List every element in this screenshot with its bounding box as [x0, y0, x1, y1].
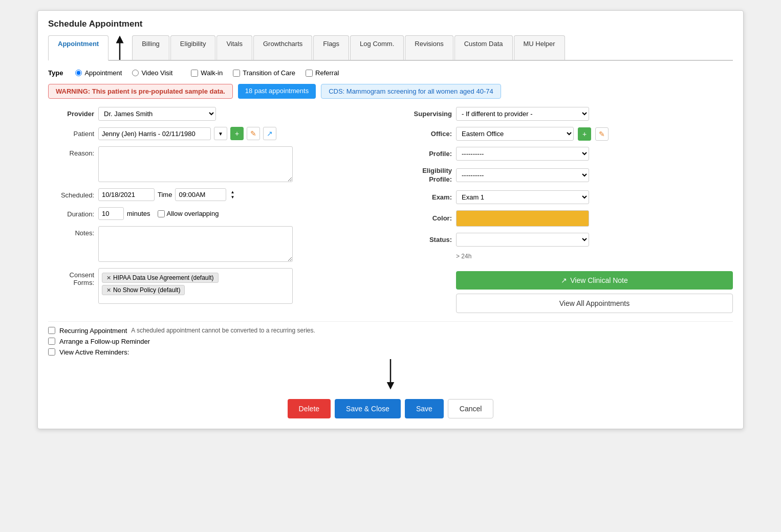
save-button[interactable]: Save: [405, 399, 444, 418]
followup-reminder-row: Arrange a Follow-up Reminder: [48, 338, 733, 345]
scheduled-date-input[interactable]: [98, 188, 155, 201]
modal-title: Schedule Appointment: [48, 19, 733, 29]
duration-input[interactable]: [98, 207, 124, 220]
followup-reminder-label: Arrange a Follow-up Reminder: [59, 338, 150, 345]
patient-down-icon[interactable]: ▼: [214, 127, 227, 140]
duration-inner-row: minutes Allow overlapping: [98, 207, 219, 220]
form-grid: Provider Dr. James Smith Patient ▼ + ✎ ↗: [48, 107, 733, 313]
save-close-button[interactable]: Save & Close: [335, 399, 401, 418]
patient-external-button[interactable]: ↗: [263, 127, 276, 140]
patient-add-button[interactable]: +: [230, 127, 244, 140]
time-notice: > 24h: [456, 253, 471, 260]
status-row: Status:: [401, 233, 733, 247]
time-down-icon[interactable]: ▼: [230, 195, 234, 200]
notes-row: Notes:: [48, 226, 380, 262]
patient-edit-button[interactable]: ✎: [247, 127, 260, 140]
eligibility-profile-row: EligibilityProfile: ----------: [401, 167, 733, 184]
scheduled-row: Scheduled: Time ▲ ▼: [48, 188, 380, 201]
reason-row: Reason:: [48, 146, 380, 182]
duration-row: Duration: minutes Allow overlapping: [48, 207, 380, 220]
eligibility-profile-select[interactable]: ----------: [456, 168, 589, 182]
view-all-appointments-button[interactable]: View All Appointments: [456, 294, 733, 313]
left-form-section: Provider Dr. James Smith Patient ▼ + ✎ ↗: [48, 107, 380, 313]
provider-field-content: Dr. James Smith: [98, 107, 380, 121]
delete-button[interactable]: Delete: [288, 399, 331, 418]
type-row: Type Appointment Video Visit Walk-in Tra…: [48, 69, 733, 77]
consent-tag-noshow-label: No Show Policy (default): [113, 286, 180, 294]
duration-unit: minutes: [127, 210, 150, 217]
consent-tag-hipaa-label: HIPAA Data Use Agreement (default): [113, 274, 214, 281]
referral-checkbox[interactable]: Referral: [306, 69, 339, 77]
tab-vitals[interactable]: Vitals: [216, 35, 252, 60]
supervising-select[interactable]: - If different to provider -: [456, 107, 589, 121]
active-reminders-label: View Active Reminders:: [59, 348, 129, 356]
consent-forms-label: ConsentForms:: [48, 268, 94, 286]
transition-of-care-checkbox[interactable]: Transition of Care: [233, 69, 295, 77]
supervising-row: Supervising - If different to provider -: [401, 107, 733, 121]
office-label: Office:: [401, 130, 452, 138]
cancel-button[interactable]: Cancel: [448, 399, 494, 418]
allow-overlapping-checkbox-label[interactable]: Allow overlapping: [158, 210, 219, 217]
office-edit-button[interactable]: ✎: [595, 127, 609, 141]
patient-label: Patient: [48, 127, 94, 138]
allow-overlapping-checkbox[interactable]: [158, 210, 165, 217]
type-appointment-radio[interactable]: Appointment: [75, 69, 122, 77]
notes-field-content: [98, 226, 380, 262]
tab-billing[interactable]: Billing: [132, 35, 169, 60]
type-videovisit-radio[interactable]: Video Visit: [132, 69, 172, 77]
active-reminders-row: View Active Reminders:: [48, 348, 733, 356]
consent-tag-noshow-remove[interactable]: ✕: [106, 287, 111, 294]
consent-forms-field-content: ✕ HIPAA Data Use Agreement (default) ✕ N…: [98, 268, 380, 304]
tab-flags[interactable]: Flags: [313, 35, 349, 60]
consent-tag-noshow: ✕ No Show Policy (default): [102, 285, 185, 295]
tab-eligibility[interactable]: Eligibility: [170, 35, 216, 60]
color-swatch[interactable]: [456, 210, 589, 227]
exam-label: Exam:: [401, 193, 452, 201]
down-arrow-area: [48, 359, 733, 390]
cds-bar[interactable]: CDS: Mammogram screening for all women a…: [321, 84, 501, 99]
scheduled-time-input[interactable]: [175, 188, 226, 201]
exam-select[interactable]: Exam 1: [456, 190, 589, 204]
active-reminders-checkbox[interactable]: [48, 348, 55, 356]
profile-row: Profile: ----------: [401, 147, 733, 161]
bottom-section: Recurring Appointment A scheduled appoin…: [48, 321, 733, 356]
allow-overlapping-label: Allow overlapping: [167, 210, 219, 217]
tab-growthcharts[interactable]: Growthcharts: [253, 35, 312, 60]
notes-textarea[interactable]: [98, 226, 293, 262]
office-select[interactable]: Eastern Office: [456, 127, 574, 141]
recurring-appointment-checkbox[interactable]: [48, 327, 55, 334]
down-arrow-icon: [380, 359, 401, 390]
time-up-icon[interactable]: ▲: [230, 190, 234, 195]
tab-customdata[interactable]: Custom Data: [454, 35, 513, 60]
view-clinical-note-button[interactable]: ↗ View Clinical Note: [456, 271, 733, 290]
tab-revisions[interactable]: Revisions: [405, 35, 453, 60]
info-bars: WARNING: This patient is pre-populated s…: [48, 84, 733, 99]
clinical-note-icon: ↗: [561, 276, 567, 284]
clinical-note-label: View Clinical Note: [570, 276, 628, 284]
tab-muhelper[interactable]: MU Helper: [514, 35, 565, 60]
patient-field-content: ▼ + ✎ ↗: [98, 127, 380, 140]
office-row: Office: Eastern Office + ✎: [401, 127, 733, 141]
action-area: Delete Save & Close Save Cancel: [48, 359, 733, 418]
walkin-checkbox[interactable]: Walk-in: [191, 69, 223, 77]
past-appointments-bar[interactable]: 18 past appointments: [238, 84, 316, 99]
right-form-section: Supervising - If different to provider -…: [401, 107, 733, 313]
office-add-button[interactable]: +: [578, 127, 591, 141]
patient-input[interactable]: [98, 127, 211, 140]
consent-tag-hipaa-remove[interactable]: ✕: [106, 275, 111, 281]
time-spinner[interactable]: ▲ ▼: [230, 190, 234, 200]
provider-label: Provider: [48, 107, 94, 118]
status-select[interactable]: [456, 233, 589, 247]
tab-appointment[interactable]: Appointment: [48, 35, 109, 61]
scheduled-field-content: Time ▲ ▼: [98, 188, 380, 201]
reason-textarea[interactable]: [98, 146, 293, 182]
tab-logcomm[interactable]: Log Comm.: [350, 35, 404, 60]
reason-label: Reason:: [48, 146, 94, 157]
color-label: Color:: [401, 214, 452, 222]
profile-select[interactable]: ----------: [456, 147, 589, 161]
followup-reminder-checkbox[interactable]: [48, 338, 55, 345]
provider-select[interactable]: Dr. James Smith: [98, 107, 216, 121]
time-label: Time: [158, 191, 172, 198]
consent-tag-hipaa: ✕ HIPAA Data Use Agreement (default): [102, 273, 219, 283]
recurring-appointment-row: Recurring Appointment A scheduled appoin…: [48, 327, 733, 335]
